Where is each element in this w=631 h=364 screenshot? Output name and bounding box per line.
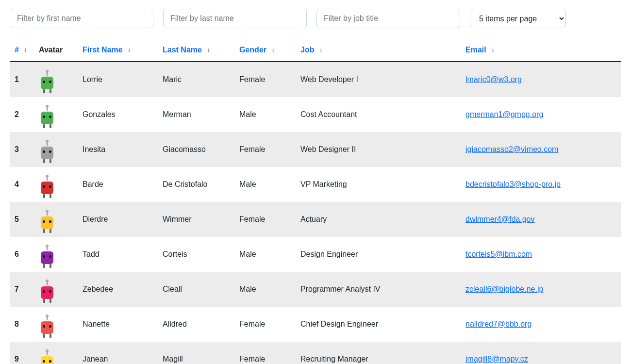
table-row: 9JaneanMagillFemaleRecruiting Managerjma…: [10, 342, 621, 364]
cell-id: 2: [10, 97, 34, 132]
cell-last-name: Merman: [158, 97, 234, 132]
cell-gender: Female: [234, 342, 296, 364]
cell-avatar: [34, 62, 78, 97]
col-header-gender[interactable]: Gender ↕: [234, 40, 296, 62]
robot-icon: [41, 182, 53, 194]
filter-first-name-input[interactable]: [10, 9, 153, 28]
cell-job: Web Developer I: [296, 62, 461, 97]
cell-avatar: [34, 272, 78, 307]
cell-id: 8: [10, 307, 34, 342]
email-link[interactable]: lmaric0@w3.org: [465, 75, 522, 83]
cell-job: VP Marketing: [296, 167, 461, 202]
table-row: 5DierdreWimmerFemaleActuarydwimmer4@fda.…: [10, 202, 621, 237]
col-header-id[interactable]: # ↕: [10, 40, 34, 62]
email-link[interactable]: bdecristofalo3@shop-pro.jp: [465, 180, 561, 188]
col-header-id-label: #: [15, 46, 19, 54]
cell-avatar: [34, 132, 78, 167]
robot-icon: [41, 77, 53, 89]
cell-email: lmaric0@w3.org: [461, 62, 621, 97]
cell-last-name: Cleall: [158, 272, 234, 307]
cell-gender: Male: [234, 97, 296, 132]
filter-bar: 5 items per page10 items per page25 item…: [10, 9, 621, 28]
cell-gender: Male: [234, 272, 296, 307]
robot-icon: [41, 251, 53, 264]
cell-id: 7: [10, 272, 34, 307]
col-header-gender-label: Gender: [239, 46, 266, 54]
col-header-first-name[interactable]: First Name ↕: [78, 40, 158, 62]
cell-first-name: Dierdre: [78, 202, 158, 237]
cell-first-name: Lorrie: [78, 62, 158, 97]
cell-first-name: Nanette: [78, 307, 158, 342]
email-link[interactable]: gmerman1@gmpg.org: [465, 110, 543, 118]
avatar: [39, 140, 55, 159]
cell-first-name: Janean: [78, 342, 158, 364]
col-header-last-name[interactable]: Last Name ↕: [158, 40, 234, 62]
sort-icon: ↕: [24, 47, 27, 53]
cell-gender: Male: [234, 167, 296, 202]
filter-job-title-input[interactable]: [316, 9, 460, 28]
avatar: [39, 314, 55, 334]
cell-gender: Male: [234, 237, 296, 272]
cell-email: bdecristofalo3@shop-pro.jp: [461, 167, 621, 202]
col-header-job-label: Job: [300, 46, 314, 54]
cell-last-name: Maric: [158, 62, 234, 97]
items-per-page-select[interactable]: 5 items per page10 items per page25 item…: [470, 9, 566, 28]
cell-id: 3: [10, 132, 34, 167]
cell-id: 6: [10, 237, 34, 272]
cell-gender: Female: [234, 307, 296, 342]
cell-avatar: [34, 237, 78, 272]
cell-id: 5: [10, 202, 34, 237]
cell-job: Programmer Analyst IV: [296, 272, 461, 307]
cell-first-name: Inesita: [78, 132, 158, 167]
filter-last-name-input[interactable]: [163, 9, 307, 28]
cell-id: 4: [10, 167, 34, 202]
email-link[interactable]: dwimmer4@fda.gov: [465, 215, 535, 223]
cell-job: Recruiting Manager: [296, 342, 461, 364]
table-row: 4BardeDe CristofaloMaleVP Marketingbdecr…: [10, 167, 621, 202]
avatar: [39, 280, 55, 299]
cell-job: Actuary: [296, 202, 461, 237]
cell-job: Design Engineer: [296, 237, 461, 272]
email-link[interactable]: igiacomasso2@vimeo.com: [465, 145, 558, 153]
sort-icon: ↕: [271, 47, 275, 53]
col-header-avatar-label: Avatar: [39, 46, 63, 54]
avatar: [39, 210, 55, 229]
cell-email: gmerman1@gmpg.org: [461, 97, 621, 132]
cell-gender: Female: [234, 132, 296, 167]
cell-last-name: Alldred: [158, 307, 234, 342]
cell-last-name: Wimmer: [158, 202, 234, 237]
sort-icon: ↕: [319, 47, 323, 53]
cell-email: zcleall6@biglobe.ne.jp: [461, 272, 621, 307]
col-header-email[interactable]: Email ↕: [461, 40, 621, 62]
col-header-first-name-label: First Name: [83, 46, 123, 54]
cell-email: dwimmer4@fda.gov: [461, 202, 621, 237]
email-link[interactable]: nalldred7@bbb.org: [465, 320, 531, 328]
table-header: # ↕ Avatar First Name ↕ Last Name ↕ Gend…: [10, 40, 621, 62]
robot-icon: [41, 112, 53, 124]
cell-gender: Female: [234, 202, 296, 237]
email-link[interactable]: jmagill8@mapy.cz: [465, 355, 528, 363]
robot-icon: [41, 286, 53, 299]
cell-avatar: [34, 202, 78, 237]
cell-last-name: Giacomasso: [158, 132, 234, 167]
avatar: [39, 175, 55, 194]
cell-avatar: [34, 307, 78, 342]
col-header-avatar: Avatar: [34, 40, 78, 62]
table-row: 6TaddCorteisMaleDesign Engineertcorteis5…: [10, 237, 621, 272]
avatar: [39, 70, 55, 89]
cell-email: igiacomasso2@vimeo.com: [461, 132, 621, 167]
cell-email: jmagill8@mapy.cz: [461, 342, 621, 364]
table-row: 2GonzalesMermanMaleCost Accountantgmerma…: [10, 97, 621, 132]
table-row: 3InesitaGiacomassoFemaleWeb Designer IIi…: [10, 132, 621, 167]
email-link[interactable]: tcorteis5@ibm.com: [465, 250, 532, 258]
robot-icon: [41, 147, 53, 159]
cell-avatar: [34, 97, 78, 132]
cell-first-name: Gonzales: [78, 97, 158, 132]
email-link[interactable]: zcleall6@biglobe.ne.jp: [465, 285, 543, 293]
cell-avatar: [34, 342, 78, 364]
cell-job: Chief Design Engineer: [296, 307, 461, 342]
cell-first-name: Tadd: [78, 237, 158, 272]
robot-icon: [41, 321, 53, 334]
col-header-job[interactable]: Job ↕: [296, 40, 461, 62]
avatar: [39, 245, 55, 264]
